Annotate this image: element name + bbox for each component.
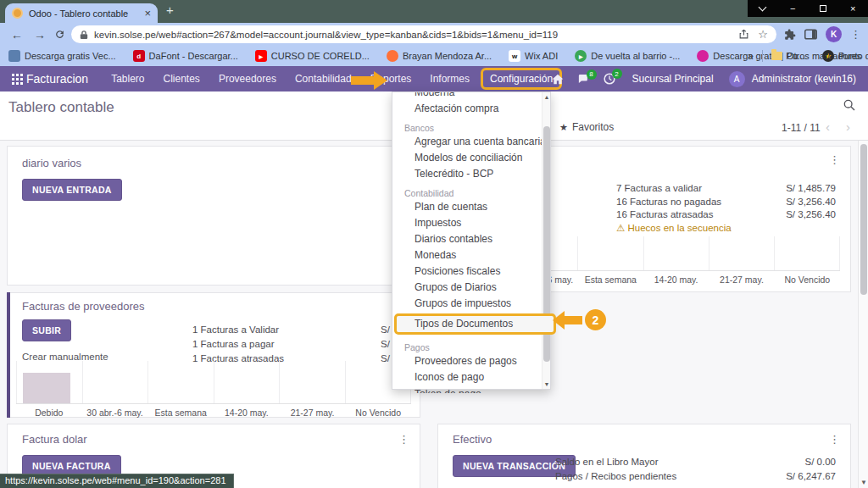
browser-tab[interactable]: Odoo - Tablero contable × bbox=[5, 3, 158, 23]
menu-item-impuestos[interactable]: Impuestos bbox=[392, 215, 550, 231]
stat-label[interactable]: 1 Facturas a pagar bbox=[192, 339, 275, 353]
forward-button[interactable]: → bbox=[34, 28, 46, 42]
sequence-warning[interactable]: ⚠ Huecos en la secuencia bbox=[616, 222, 732, 234]
scroll-up-icon[interactable]: ▲ bbox=[542, 94, 551, 100]
bookmark-item[interactable]: ▶ CURSO DE CORELD... bbox=[255, 50, 370, 62]
pager-next-icon[interactable]: › bbox=[846, 119, 850, 134]
menu-item-tipos-de-documentos[interactable]: Tipos de Documentos bbox=[397, 316, 554, 332]
bookmark-item[interactable]: d DaFont - Descargar... bbox=[133, 50, 238, 62]
browser-menu-icon[interactable]: ⋮ bbox=[850, 28, 861, 41]
card-efectivo: Efectivo ⋮ NUEVA TRANSACCIÓN Saldo en el… bbox=[437, 424, 851, 488]
menu-item-monedas[interactable]: Monedas bbox=[392, 247, 550, 263]
stat-row: Pagos / Recibos pendientes S/ 6,247.67 bbox=[555, 471, 836, 485]
stat-row: 16 Facturas atrasadas S/ 3,256.40 bbox=[616, 209, 836, 223]
card-kebab-icon[interactable]: ⋮ bbox=[829, 433, 840, 446]
journal-title[interactable]: Facturas de proveedores bbox=[22, 300, 145, 313]
configuracion-dropdown: Moderna Afectación compra Bancos Agregar… bbox=[392, 92, 551, 390]
menu-item-telecredito-bcp[interactable]: Telecrédito - BCP bbox=[392, 166, 550, 182]
cash-stats: Saldo en el Libro Mayor S/ 0.00 Pagos / … bbox=[555, 457, 836, 485]
menu-item-iconos-de-pago[interactable]: Iconos de pago bbox=[392, 369, 550, 385]
menu-item-diarios-contables[interactable]: Diarios contables bbox=[392, 231, 550, 247]
stat-row: 7 Facturas a validar S/ 1,485.79 bbox=[616, 183, 836, 197]
apps-grid-icon[interactable] bbox=[12, 74, 14, 76]
menu-item-clipped[interactable]: Moderna bbox=[392, 92, 550, 101]
stat-label[interactable]: 7 Facturas a validar bbox=[616, 183, 702, 197]
favorites-filter[interactable]: ★ Favoritos bbox=[559, 121, 614, 133]
bookmark-item[interactable]: Descarga gratis Vec... bbox=[8, 50, 116, 62]
nueva-entrada-button[interactable]: NUEVA ENTRADA bbox=[22, 179, 122, 201]
minimize-button[interactable]: − bbox=[778, 0, 809, 17]
menu-item-posiciones-fiscales[interactable]: Posiciones fiscales bbox=[392, 263, 550, 280]
user-avatar[interactable]: A bbox=[729, 71, 745, 87]
dropdown-scrollbar[interactable]: ▲ ▼ bbox=[542, 92, 550, 389]
home-icon[interactable] bbox=[552, 74, 564, 85]
menu-item-agregar-cuenta-bancaria[interactable]: Agregar una cuenta bancaria bbox=[392, 134, 550, 150]
dafont-favicon: d bbox=[133, 50, 145, 62]
menu-item-grupos-de-impuestos[interactable]: Grupos de impuestos bbox=[392, 296, 550, 312]
stat-label[interactable]: 16 Facturas no pagadas bbox=[616, 197, 721, 210]
scrollbar-thumb[interactable] bbox=[860, 144, 867, 295]
bookmark-star-icon[interactable]: ☆ bbox=[758, 28, 768, 41]
company-switcher[interactable]: Sucursal Principal bbox=[632, 73, 714, 85]
journal-title[interactable]: Factura dolar bbox=[22, 433, 87, 446]
maximize-button[interactable] bbox=[808, 0, 838, 17]
subir-button[interactable]: SUBIR bbox=[22, 319, 71, 341]
menu-item-token-de-pago[interactable]: Token de pago bbox=[392, 385, 550, 393]
stat-row: 1 Facturas a Validar S/ - bbox=[192, 324, 413, 339]
pager-prev-icon[interactable]: ‹ bbox=[826, 119, 830, 134]
share-icon[interactable] bbox=[738, 29, 749, 40]
page-scrollbar[interactable]: ▼ bbox=[858, 141, 868, 488]
stat-row: 16 Facturas no pagadas S/ 3,256.40 bbox=[616, 197, 836, 210]
maximize-icon bbox=[820, 5, 826, 12]
back-button[interactable]: ← bbox=[11, 28, 23, 42]
folder-icon bbox=[771, 52, 782, 60]
menu-item-afectacion-compra[interactable]: Afectación compra bbox=[392, 101, 550, 117]
lock-icon bbox=[80, 30, 88, 40]
youtube-favicon: ▶ bbox=[255, 50, 267, 62]
new-tab-button[interactable]: + bbox=[166, 3, 174, 17]
close-window-button[interactable]: × bbox=[838, 0, 868, 17]
stat-label[interactable]: Pagos / Recibos pendientes bbox=[555, 471, 676, 485]
nav-tablero[interactable]: Tablero bbox=[102, 73, 153, 85]
scroll-down-icon[interactable]: ▼ bbox=[542, 381, 551, 387]
nav-informes[interactable]: Informes bbox=[420, 73, 479, 85]
messages-icon[interactable]: 8 bbox=[577, 74, 590, 85]
menu-item-proveedores-de-pagos[interactable]: Proveedores de pagos bbox=[392, 353, 550, 369]
stat-label[interactable]: 16 Facturas atrasadas bbox=[616, 209, 713, 223]
messages-badge: 8 bbox=[587, 69, 597, 80]
tab-close-icon[interactable]: × bbox=[144, 8, 151, 19]
bookmark-item[interactable]: w Wix ADI bbox=[509, 50, 558, 62]
nav-clientes[interactable]: Clientes bbox=[154, 73, 209, 85]
side-panel-icon[interactable] bbox=[804, 29, 817, 40]
nav-proveedores[interactable]: Proveedores bbox=[209, 73, 286, 85]
url-input[interactable]: kevin.solse.pe/web#action=267&model=acco… bbox=[94, 30, 730, 40]
bookmark-item[interactable]: ▶ De vuelta al barrio -... bbox=[575, 50, 680, 62]
menu-item-modelos-conciliacion[interactable]: Modelos de conciliación bbox=[392, 150, 550, 166]
stat-label[interactable]: 1 Facturas a Validar bbox=[192, 324, 279, 339]
browser-profile-avatar[interactable]: K bbox=[826, 26, 842, 42]
url-bar[interactable]: kevin.solse.pe/web#action=267&model=acco… bbox=[71, 25, 776, 43]
tab-search-button[interactable] bbox=[748, 0, 778, 17]
card-kebab-icon[interactable]: ⋮ bbox=[829, 153, 840, 166]
journal-title[interactable]: diario varios bbox=[22, 157, 81, 169]
menu-item-grupos-de-diarios[interactable]: Grupos de Diarios bbox=[392, 280, 550, 296]
stat-label[interactable]: Saldo en el Libro Mayor bbox=[555, 457, 658, 471]
aged-payable-chart bbox=[16, 361, 411, 403]
activities-clock-icon[interactable]: 2 bbox=[604, 73, 615, 85]
card-kebab-icon[interactable]: ⋮ bbox=[398, 433, 409, 446]
scroll-down-icon[interactable]: ▼ bbox=[859, 479, 868, 486]
nav-contabilidad[interactable]: Contabilidad bbox=[286, 73, 361, 85]
pink-favicon bbox=[697, 50, 709, 62]
menu-item-plan-de-cuentas[interactable]: Plan de cuentas bbox=[392, 199, 550, 215]
reload-button[interactable] bbox=[54, 29, 65, 40]
user-menu[interactable]: Administrator (kevin16) bbox=[752, 73, 856, 85]
bookmark-item[interactable]: Brayan Mendoza Ar... bbox=[387, 50, 492, 62]
other-bookmarks[interactable]: Otros marcadores bbox=[787, 51, 861, 61]
app-name[interactable]: Facturacion bbox=[26, 72, 88, 86]
invoice-stats: 7 Facturas a validar S/ 1,485.79 16 Fact… bbox=[616, 183, 836, 223]
bookmark-favicon bbox=[8, 50, 20, 62]
bookmarks-overflow-icon[interactable]: » bbox=[748, 50, 754, 62]
journal-title[interactable]: Efectivo bbox=[453, 433, 492, 446]
search-icon[interactable] bbox=[843, 98, 856, 115]
extensions-icon[interactable] bbox=[784, 29, 796, 41]
